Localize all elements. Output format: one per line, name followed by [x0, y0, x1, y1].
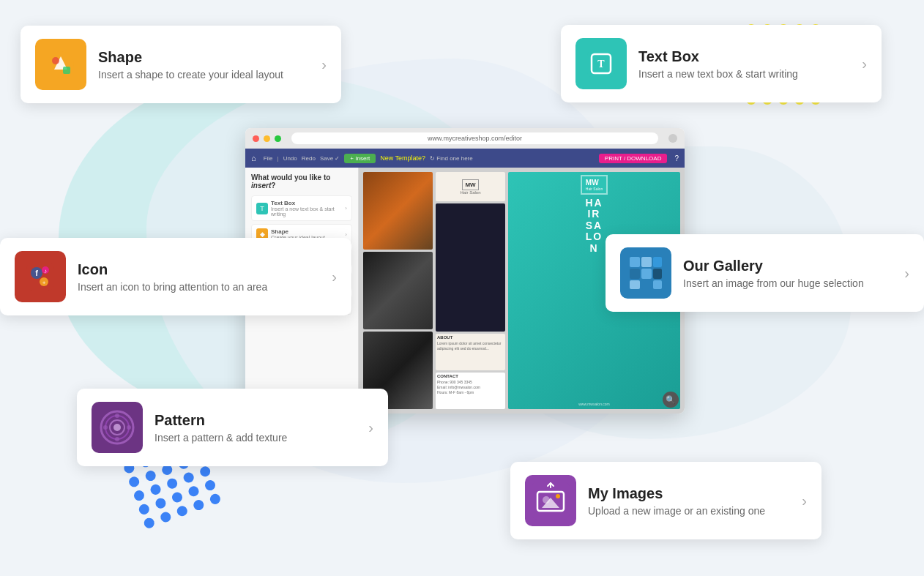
editor-toolbar: ⌂ File | Undo Redo Save ✓ + Insert New T… [245, 149, 685, 168]
sidebar-item-textbox: T Text Box Insert a new text box & start… [251, 195, 352, 221]
card-gallery[interactable]: Our Gallery Insert an image from our hug… [606, 234, 924, 312]
gallery-card-text: Our Gallery Insert an image from our hug… [683, 258, 893, 289]
pattern-card-arrow: › [368, 419, 373, 436]
svg-text:T: T [597, 59, 605, 70]
shape-card-icon [35, 39, 86, 90]
textbox-card-arrow: › [862, 56, 867, 72]
zoom-button[interactable]: 🔍 [663, 392, 679, 408]
textbox-card-description: Insert a new text box & start writing [638, 68, 850, 80]
browser-refresh [668, 134, 677, 143]
textbox-card-text: Text Box Insert a new text box & start w… [638, 48, 850, 80]
card-pattern[interactable]: Pattern Insert a pattern & add texture › [77, 389, 388, 466]
icon-card-arrow: › [332, 269, 337, 285]
gallery-card-icon [620, 247, 671, 299]
svg-point-18 [113, 424, 121, 431]
svg-rect-29 [653, 269, 662, 279]
svg-rect-3 [63, 67, 70, 74]
card-textbox[interactable]: T Text Box Insert a new text box & start… [561, 25, 882, 102]
svg-rect-25 [641, 257, 652, 267]
gallery-card-description: Insert an image from our huge selection [683, 277, 893, 289]
gallery-card-arrow: › [904, 265, 909, 282]
svg-rect-31 [641, 280, 652, 289]
myimages-card-arrow: › [802, 493, 807, 509]
svg-rect-32 [653, 280, 662, 289]
card-myimages[interactable]: My Images Upload a new image or an exist… [510, 462, 821, 539]
svg-text:+: + [42, 280, 46, 286]
svg-rect-27 [630, 269, 640, 279]
myimages-card-text: My Images Upload a new image or an exist… [588, 485, 790, 517]
svg-rect-24 [630, 257, 640, 267]
sidebar-question: What would you like to insert? [251, 173, 352, 190]
pattern-card-icon [92, 402, 143, 453]
pattern-card-title: Pattern [154, 412, 357, 429]
svg-point-19 [103, 425, 108, 430]
pattern-card-description: Insert a pattern & add texture [154, 432, 357, 444]
svg-point-21 [115, 414, 119, 418]
svg-rect-26 [653, 257, 662, 267]
textbox-card-icon: T [575, 38, 627, 89]
myimages-card-icon [525, 475, 576, 526]
card-shape[interactable]: Shape Insert a shape to create your idea… [21, 26, 341, 103]
icon-card-text: Icon Insert an icon to bring attention t… [78, 261, 320, 293]
svg-point-22 [115, 437, 119, 441]
myimages-card-title: My Images [588, 485, 790, 502]
svg-text:♪: ♪ [44, 268, 47, 274]
svg-point-37 [556, 494, 560, 498]
svg-point-2 [52, 57, 59, 64]
browser-bar: www.mycreativeshop.com/editor [245, 128, 685, 149]
myimages-card-description: Upload a new image or an existing one [588, 505, 790, 517]
browser-url-bar: www.mycreativeshop.com/editor [291, 132, 658, 144]
svg-point-20 [127, 425, 131, 430]
browser-dot-yellow [264, 135, 270, 142]
textbox-card-title: Text Box [638, 48, 850, 65]
icon-card-description: Insert an icon to bring attention to an … [78, 281, 320, 293]
icon-card-icon: f ♪ + [15, 251, 66, 302]
browser-dot-red [253, 135, 259, 142]
shape-card-text: Shape Insert a shape to create your idea… [98, 49, 310, 81]
svg-rect-28 [641, 269, 652, 279]
svg-rect-30 [630, 280, 640, 289]
shape-card-title: Shape [98, 49, 310, 66]
shape-card-arrow: › [321, 56, 327, 73]
browser-dot-green [275, 135, 281, 142]
svg-text:f: f [35, 269, 38, 277]
gallery-card-title: Our Gallery [683, 258, 893, 274]
card-icon[interactable]: f ♪ + Icon Insert an icon to bring atten… [0, 238, 351, 315]
pattern-card-text: Pattern Insert a pattern & add texture [154, 412, 357, 444]
icon-card-title: Icon [78, 261, 320, 278]
shape-card-description: Insert a shape to create your ideal layo… [98, 69, 310, 81]
